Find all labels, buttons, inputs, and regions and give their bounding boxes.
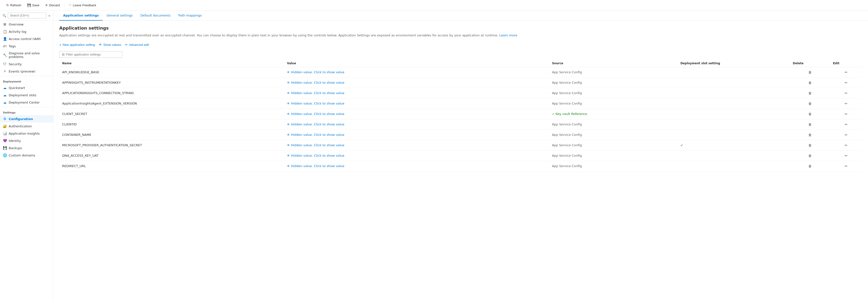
security-icon: 🛡 [3, 62, 7, 66]
table-header: Name Value Source Deployment slot settin… [59, 60, 862, 67]
eye-icon: 👁 [287, 164, 290, 168]
search-input[interactable] [8, 12, 46, 19]
tab-application-settings[interactable]: Application settings [59, 11, 103, 21]
feedback-icon: ♡ [69, 3, 72, 7]
hidden-value-link[interactable]: 👁 Hidden value. Click to show value [287, 133, 546, 137]
sidebar-item-deployment-center[interactable]: ☁ Deployment Center [0, 99, 53, 106]
save-button[interactable]: 💾 Save [25, 2, 42, 8]
edit-button[interactable]: ✏ [843, 69, 849, 75]
eye-icon: 👁 [287, 143, 290, 147]
page-title: Application settings [59, 26, 862, 31]
col-header-edit: Edit [830, 60, 862, 67]
hidden-value-link[interactable]: 👁 Hidden value. Click to show value [287, 81, 546, 85]
delete-button[interactable]: 🗑 [807, 122, 813, 127]
sidebar-item-events[interactable]: ⚡ Events (preview) [0, 68, 53, 75]
sidebar-item-custom-domains[interactable]: 🌐 Custom domains [0, 152, 53, 159]
sidebar-divider-1 [0, 76, 53, 76]
setting-value: 👁 Hidden value. Click to show value [284, 119, 549, 130]
col-header-delete: Delete [790, 60, 830, 67]
configuration-icon: ⚙ [3, 117, 7, 121]
edit-button[interactable]: ✏ [843, 101, 849, 106]
discard-button[interactable]: ✕ Discard [43, 2, 62, 8]
delete-button[interactable]: 🗑 [807, 101, 813, 106]
col-header-source: Source [549, 60, 678, 67]
sidebar-item-access-control[interactable]: 👤 Access control (IAM) [0, 35, 53, 42]
sidebar-item-application-insights[interactable]: 📊 Application Insights [0, 130, 53, 137]
show-values-label: Show values [103, 43, 121, 46]
setting-source: App Service Config [549, 77, 678, 88]
delete-button[interactable]: 🗑 [807, 69, 813, 75]
sidebar-item-activity-log[interactable]: 📋 Activity log [0, 28, 53, 35]
show-values-button[interactable]: 👁 Show values [99, 42, 121, 47]
hidden-value-link[interactable]: 👁 Hidden value. Click to show value [287, 91, 546, 95]
edit-cell: ✏ [830, 67, 862, 77]
table-row: API_KNOWLEDGE_BASE👁 Hidden value. Click … [59, 67, 862, 77]
eye-icon: 👁 [287, 123, 290, 126]
tags-icon: 🏷 [3, 44, 7, 48]
source-text: App Service Config [552, 123, 582, 126]
sidebar-item-backups[interactable]: 💾 Backups [0, 144, 53, 152]
hidden-value-link[interactable]: 👁 Hidden value. Click to show value [287, 154, 546, 157]
tab-general-settings[interactable]: General settings [103, 11, 136, 21]
table-row: ApplicationInsightsAgent_EXTENSION_VERSI… [59, 98, 862, 109]
refresh-button[interactable]: ↻ Refresh [4, 2, 24, 8]
feedback-button[interactable]: ♡ Leave Feedback [66, 2, 98, 8]
col-header-value: Value [284, 60, 549, 67]
delete-button[interactable]: 🗑 [807, 142, 813, 148]
edit-button[interactable]: ✏ [843, 142, 849, 148]
delete-cell: 🗑 [790, 140, 830, 151]
setting-name: APPINSIGHTS_INSTRUMENTATIONKEY [59, 77, 284, 88]
edit-button[interactable]: ✏ [843, 122, 849, 127]
slot-setting [678, 77, 790, 88]
sidebar-item-configuration[interactable]: ⚙ Configuration [0, 115, 53, 123]
source-text: App Service Config [552, 102, 582, 105]
new-application-setting-button[interactable]: + New application setting [59, 42, 95, 48]
sidebar-item-identity[interactable]: 💜 Identity [0, 137, 53, 144]
setting-source: App Service Config [549, 140, 678, 151]
edit-button[interactable]: ✏ [843, 80, 849, 86]
sidebar-collapse-button[interactable]: « [48, 13, 51, 18]
edit-button[interactable]: ✏ [843, 111, 849, 117]
hidden-value-link[interactable]: 👁 Hidden value. Click to show value [287, 143, 546, 147]
hidden-value-link[interactable]: 👁 Hidden value. Click to show value [287, 164, 546, 168]
edit-button[interactable]: ✏ [843, 153, 849, 159]
hidden-value-link[interactable]: 👁 Hidden value. Click to show value [287, 123, 546, 126]
table-row: REDIRECT_URL👁 Hidden value. Click to sho… [59, 161, 862, 171]
hidden-value-link[interactable]: 👁 Hidden value. Click to show value [287, 70, 546, 74]
hidden-value-link[interactable]: 👁 Hidden value. Click to show value [287, 102, 546, 105]
hidden-value-link[interactable]: 👁 Hidden value. Click to show value [287, 112, 546, 116]
delete-button[interactable]: 🗑 [807, 163, 813, 169]
setting-source: ✓ Key vault Reference [549, 109, 678, 119]
delete-button[interactable]: 🗑 [807, 90, 813, 96]
edit-button[interactable]: ✏ [843, 163, 849, 169]
edit-button[interactable]: ✏ [843, 132, 849, 138]
sidebar-item-tags[interactable]: 🏷 Tags [0, 42, 53, 50]
sidebar-item-diagnose[interactable]: 🔧 Diagnose and solve problems [0, 50, 53, 60]
edit-button[interactable]: ✏ [843, 90, 849, 96]
advanced-edit-button[interactable]: ✏ Advanced edit [125, 42, 149, 47]
delete-button[interactable]: 🗑 [807, 132, 813, 138]
advanced-edit-label: Advanced edit [129, 43, 149, 46]
app-insights-icon: 📊 [3, 131, 7, 135]
sidebar-item-security[interactable]: 🛡 Security [0, 60, 53, 68]
sidebar-item-label: Events (preview) [9, 70, 35, 73]
sidebar-item-quickstart[interactable]: ☁ Quickstart [0, 84, 53, 92]
setting-name: QNA_ACCESS_KEY_UAT [59, 151, 284, 161]
tab-default-documents[interactable]: Default documents [136, 11, 174, 21]
filter-input[interactable] [66, 53, 120, 56]
sidebar: 🔍 « ⊞ Overview 📋 Activity log 👤 Access c… [0, 11, 53, 300]
backups-icon: 💾 [3, 146, 7, 150]
sidebar-item-authentication[interactable]: 🔐 Authentication [0, 123, 53, 130]
sidebar-item-label: Security [9, 62, 22, 66]
sidebar-item-overview[interactable]: ⊞ Overview [0, 21, 53, 28]
sidebar-search-area: 🔍 « [0, 11, 53, 21]
settings-table: Name Value Source Deployment slot settin… [59, 60, 862, 171]
delete-button[interactable]: 🗑 [807, 80, 813, 86]
tab-path-mappings[interactable]: Path mappings [174, 11, 206, 21]
learn-more-link[interactable]: Learn more [499, 33, 517, 37]
sidebar-item-deployment-slots[interactable]: ☁ Deployment slots [0, 92, 53, 99]
deployment-section-label: Deployment [0, 77, 53, 84]
delete-button[interactable]: 🗑 [807, 153, 813, 159]
slot-setting [678, 161, 790, 171]
delete-button[interactable]: 🗑 [807, 111, 813, 117]
